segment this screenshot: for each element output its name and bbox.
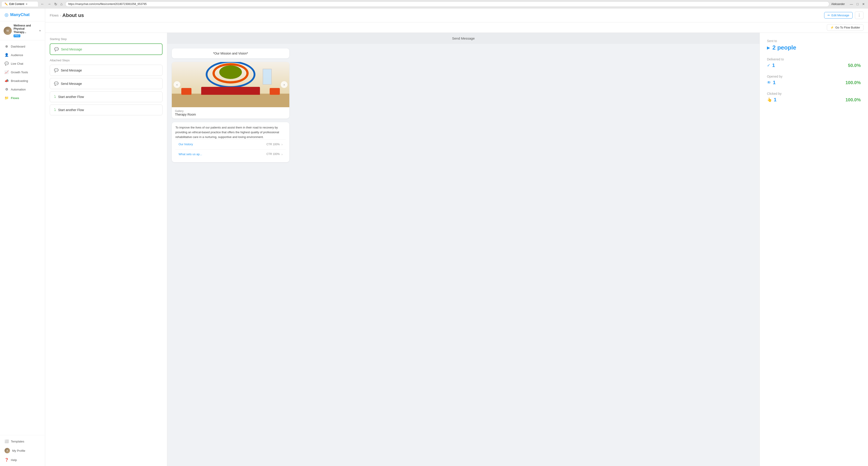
sidebar-logo[interactable]: ◎ ManyChat (0, 8, 45, 21)
delivered-to-value: 1 (772, 62, 775, 68)
sidebar-item-label: Help (11, 458, 17, 462)
app-container: ◎ ManyChat W Wellness and Physical Thera… (0, 8, 868, 466)
maximize-btn[interactable]: □ (855, 2, 860, 6)
my-profile-avatar: A (4, 448, 10, 453)
sidebar-item-label: Broadcasting (11, 79, 28, 83)
sidebar-item-live-chat[interactable]: 💬 Live Chat (0, 59, 45, 68)
delivered-to-percent: 50.0% (848, 63, 861, 68)
sidebar: ◎ ManyChat W Wellness and Physical Thera… (0, 8, 45, 466)
refresh-btn[interactable]: ↻ (53, 2, 58, 7)
chair-right (270, 88, 280, 95)
more-icon: ⋮ (857, 13, 861, 17)
delivered-to-label: Delivered to (767, 57, 861, 61)
sidebar-item-audience[interactable]: 👤 Audience (0, 51, 45, 59)
profile-name: Wellness and Physical Therapy... (13, 24, 37, 34)
attached-steps-label: Attached Steps (50, 59, 162, 62)
starting-step-label: Starting Step (50, 37, 162, 41)
start-flow-icon-2: ⤵ (54, 108, 56, 112)
breadcrumb-flows-link[interactable]: Flows (50, 13, 59, 17)
message-panel: Send Message *Our Mission and Vision* (167, 33, 760, 466)
attached-step-1[interactable]: 💬 Send Message (50, 65, 162, 76)
top-bar-actions: ✏ Edit Message ⋮ (824, 11, 864, 19)
sidebar-item-label: Audience (11, 53, 23, 57)
link-row-1[interactable]: Our history CTR 100% › (176, 139, 286, 149)
sidebar-item-automation[interactable]: ⚙ Automation (0, 85, 45, 94)
message-header: Send Message (167, 33, 760, 44)
text-bubble: To improve the lives of our patients and… (172, 122, 289, 162)
sidebar-item-my-profile[interactable]: A My Profile (0, 446, 45, 456)
profile-chevron-icon: ▼ (39, 29, 41, 32)
sidebar-item-flows[interactable]: 📁 Flows (0, 94, 45, 102)
sofa (201, 87, 260, 95)
sidebar-nav: ⊕ Dashboard 👤 Audience 💬 Live Chat 📈 Gro… (0, 40, 45, 435)
growth-tools-icon: 📈 (4, 70, 8, 74)
sidebar-profile[interactable]: W Wellness and Physical Therapy... PRO ▼ (0, 21, 45, 40)
address-bar[interactable] (65, 1, 830, 7)
home-btn[interactable]: ⌂ (59, 2, 64, 6)
mission-bubble: *Our Mission and Vision* (172, 49, 289, 58)
attached-step-2[interactable]: 💬 Send Message (50, 78, 162, 89)
close-btn[interactable]: ✕ (861, 2, 866, 6)
sidebar-item-label: My Profile (12, 449, 25, 453)
link-row-2[interactable]: What sets us ap... CTR 100% › (176, 149, 286, 159)
gallery-card: ‹ › Gallery Therapy Room (172, 62, 289, 119)
content-area: Starting Step 💬 Send Message Attached St… (45, 33, 868, 466)
sidebar-item-label: Dashboard (11, 45, 25, 48)
gallery-info: Gallery Therapy Room (172, 107, 289, 119)
sidebar-item-growth-tools[interactable]: 📈 Growth Tools (0, 68, 45, 77)
manychat-logo-icon: ◎ (4, 12, 8, 18)
dashboard-icon: ⊕ (4, 44, 8, 49)
browser-user: Aleksander (831, 2, 845, 6)
attached-step-3[interactable]: ⤵ Start another Flow (50, 91, 162, 102)
window (263, 69, 272, 85)
back-btn[interactable]: ← (40, 2, 45, 6)
room-floor (172, 94, 289, 107)
sent-to-value: 2 people (772, 44, 796, 51)
sidebar-item-help[interactable]: ❓ Help (0, 456, 45, 464)
step-label-3: Start another Flow (58, 95, 84, 99)
attached-step-4[interactable]: ⤵ Start another Flow (50, 105, 162, 115)
link-arrow-1: › (281, 142, 283, 147)
link-arrow-2: › (281, 152, 283, 157)
sidebar-item-dashboard[interactable]: ⊕ Dashboard (0, 42, 45, 51)
step-send-message-icon-1: 💬 (54, 68, 59, 72)
opened-by-value: 1 (773, 80, 776, 86)
more-options-button[interactable]: ⋮ (855, 11, 864, 19)
minimize-btn[interactable]: — (848, 2, 855, 6)
chair-left (181, 88, 191, 95)
breadcrumb-separator: › (60, 13, 61, 17)
tab-title: Edit Content (9, 2, 24, 6)
delivered-to-row: ✓ 1 50.0% (767, 62, 861, 68)
gallery-next-btn[interactable]: › (281, 81, 287, 88)
sidebar-item-templates[interactable]: ⬜ Templates (0, 437, 45, 446)
starting-step-card[interactable]: 💬 Send Message (50, 43, 162, 55)
forward-btn[interactable]: → (46, 2, 52, 6)
delivered-to-block: Delivered to ✓ 1 50.0% (767, 57, 861, 68)
go-to-flow-builder-button[interactable]: ⚡ Go To Flow Builder (827, 24, 864, 31)
start-flow-icon-1: ⤵ (54, 95, 56, 99)
send-message-icon: 💬 (54, 47, 59, 51)
sent-to-label: Sent to (767, 39, 861, 43)
opened-by-label: Opened by (767, 75, 861, 78)
sidebar-bottom: ⬜ Templates A My Profile ❓ Help (0, 435, 45, 466)
edit-message-label: Edit Message (831, 13, 849, 17)
browser-nav: ← → ↻ ⌂ (40, 2, 64, 7)
sent-to-block: Sent to ▶ 2 people (767, 39, 861, 51)
edit-icon: ✏ (828, 13, 830, 17)
gallery-prev-btn[interactable]: ‹ (174, 81, 180, 88)
templates-icon: ⬜ (4, 439, 8, 443)
link-ctr-1: CTR 100% (267, 142, 280, 147)
go-to-flow-label: Go To Flow Builder (835, 26, 860, 29)
top-bar: Flows › About us ✏ Edit Message ⋮ (45, 8, 868, 22)
avatar: W (4, 27, 12, 35)
edit-message-button[interactable]: ✏ Edit Message (824, 12, 852, 19)
browser-tab[interactable]: ✏️ Edit Content ✕ (2, 2, 38, 6)
browser-chrome: ✏️ Edit Content ✕ ← → ↻ ⌂ Aleksander — □… (0, 0, 868, 8)
second-bar: ⚡ Go To Flow Builder (45, 22, 868, 33)
gallery-title: Therapy Room (175, 113, 286, 116)
audience-icon: 👤 (4, 53, 8, 57)
sidebar-item-broadcasting[interactable]: 📣 Broadcasting (0, 77, 45, 85)
breadcrumb: Flows › About us (50, 12, 84, 18)
tab-close-btn[interactable]: ✕ (26, 3, 28, 6)
stats-panel: Sent to ▶ 2 people Delivered to ✓ 1 50.0… (760, 33, 868, 466)
